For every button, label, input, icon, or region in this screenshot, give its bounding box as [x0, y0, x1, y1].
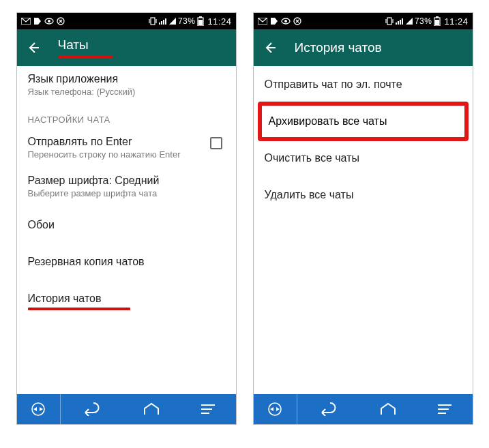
- back-arrow-icon[interactable]: [263, 41, 277, 55]
- svg-point-2: [48, 20, 50, 23]
- signal-triangle-icon: [169, 18, 176, 25]
- status-left: [258, 17, 385, 25]
- svg-rect-22: [387, 18, 391, 25]
- svg-rect-12: [199, 16, 202, 18]
- nav-side-app[interactable]: [17, 394, 61, 424]
- app-bar: История чатов: [254, 29, 473, 66]
- row-label: Очистить все чаты: [265, 152, 462, 164]
- svg-rect-25: [396, 23, 397, 25]
- svg-point-20: [284, 20, 287, 23]
- status-left: [21, 17, 149, 25]
- app-bar: Чаты: [17, 29, 236, 66]
- row-send-email[interactable]: Отправить чат по эл. почте: [254, 66, 473, 103]
- svg-rect-27: [400, 20, 401, 25]
- status-right: 73% 11:24: [149, 16, 232, 27]
- signal-triangle-icon: [406, 18, 413, 25]
- row-label: Язык приложения: [28, 73, 225, 85]
- row-clear-all[interactable]: Очистить все чаты: [254, 140, 473, 177]
- status-right: 73% 11:24: [385, 16, 469, 27]
- eye-icon: [281, 18, 291, 25]
- svg-rect-10: [165, 18, 166, 25]
- row-wallpaper[interactable]: Обои: [17, 207, 236, 243]
- nav-bar: [254, 394, 473, 424]
- row-font-size[interactable]: Размер шрифта: Средний Выберите размер ш…: [17, 168, 236, 207]
- battery-icon: [197, 16, 204, 26]
- tag-icon: [270, 17, 278, 25]
- sync-icon: [57, 17, 65, 25]
- signal-bars-icon: [396, 18, 404, 25]
- nav-back-icon[interactable]: [316, 402, 340, 416]
- status-bar: 73% 11:24: [17, 13, 236, 29]
- row-sublabel: Переносить строку по нажатию Enter: [28, 149, 181, 160]
- row-sublabel: Выберите размер шрифта чата: [28, 188, 225, 198]
- vibrate-icon: [385, 17, 394, 25]
- nav-home-icon[interactable]: [379, 402, 397, 416]
- row-label: Обои: [28, 219, 225, 231]
- row-label: Удалить все чаты: [265, 189, 462, 201]
- row-chat-history[interactable]: История чатов: [17, 280, 236, 314]
- teamviewer-icon: [31, 402, 46, 417]
- row-sublabel: Язык телефона: (Русский): [28, 87, 225, 97]
- red-underline: [28, 308, 130, 310]
- mail-icon: [258, 18, 267, 25]
- mail-icon: [21, 18, 31, 25]
- svg-rect-7: [159, 23, 160, 25]
- svg-rect-9: [163, 20, 164, 25]
- settings-content: Язык приложения Язык телефона: (Русский)…: [17, 66, 236, 394]
- nav-side-app[interactable]: [254, 394, 297, 424]
- svg-rect-28: [402, 18, 403, 25]
- row-label: История чатов: [28, 293, 225, 305]
- row-backup[interactable]: Резервная копия чатов: [17, 243, 236, 280]
- nav-recent-icon[interactable]: [200, 403, 216, 415]
- svg-rect-30: [436, 16, 439, 18]
- nav-back-icon[interactable]: [80, 402, 103, 416]
- phone-right: 73% 11:24 История чатов Отправить чат по…: [253, 12, 473, 425]
- row-delete-all[interactable]: Удалить все чаты: [254, 177, 473, 213]
- row-label: Размер шрифта: Средний: [28, 175, 225, 187]
- red-underline: [58, 55, 113, 58]
- row-label: Резервная копия чатов: [28, 256, 225, 268]
- history-content: Отправить чат по эл. почте Архивировать …: [254, 66, 473, 394]
- status-time: 11:24: [444, 16, 468, 27]
- nav-recent-icon[interactable]: [436, 403, 453, 415]
- back-arrow-icon[interactable]: [27, 41, 40, 55]
- teamviewer-icon: [267, 402, 282, 417]
- svg-rect-8: [161, 21, 162, 25]
- battery-icon: [434, 16, 441, 26]
- battery-percent: 73%: [178, 16, 196, 26]
- category-chat-settings: НАСТРОЙКИ ЧАТА: [17, 105, 236, 129]
- status-bar: 73% 11:24: [254, 13, 473, 29]
- row-label: Архивировать все чаты: [269, 115, 458, 128]
- nav-bar: [17, 394, 236, 424]
- svg-rect-26: [398, 21, 399, 25]
- battery-percent: 73%: [415, 16, 432, 26]
- row-send-on-enter[interactable]: Отправлять по Enter Переносить строку по…: [17, 129, 236, 168]
- tag-icon: [33, 17, 42, 25]
- eye-icon: [44, 18, 54, 25]
- svg-rect-4: [151, 18, 155, 25]
- enter-checkbox[interactable]: [210, 137, 222, 149]
- signal-bars-icon: [159, 18, 167, 25]
- phone-left: 73% 11:24 Чаты Язык приложения Язык теле…: [16, 12, 237, 425]
- page-title: Чаты: [58, 38, 113, 53]
- svg-rect-31: [435, 20, 439, 25]
- sync-icon: [293, 17, 301, 25]
- page-title: История чатов: [295, 40, 382, 55]
- row-label: Отправить чат по эл. почте: [265, 78, 462, 91]
- svg-rect-13: [198, 20, 203, 25]
- row-label: Отправлять по Enter: [28, 136, 181, 148]
- status-time: 11:24: [207, 16, 231, 27]
- vibrate-icon: [149, 17, 157, 25]
- row-app-language[interactable]: Язык приложения Язык телефона: (Русский): [17, 66, 236, 105]
- row-archive-all[interactable]: Архивировать все чаты: [258, 102, 469, 141]
- nav-home-icon[interactable]: [143, 402, 160, 416]
